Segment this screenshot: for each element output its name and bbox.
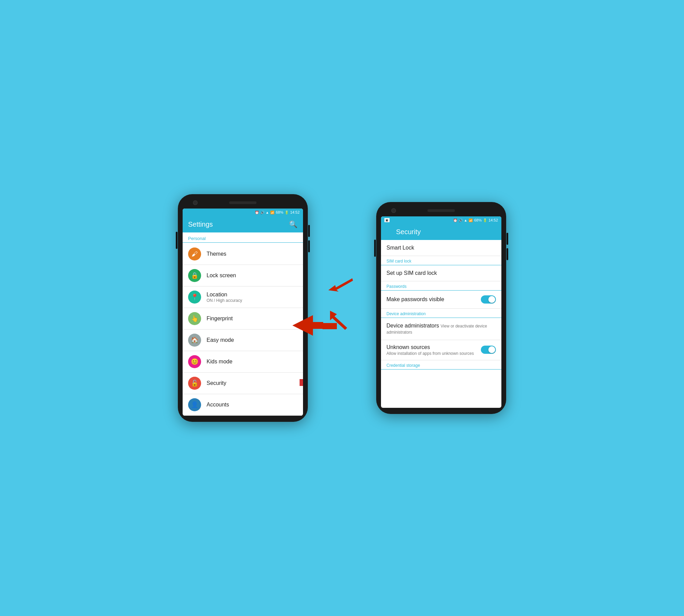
easymode-label: Easy mode: [207, 337, 234, 343]
easymode-item[interactable]: 🏠 Easy mode: [183, 330, 303, 351]
fingerprint-label: Fingerprint: [207, 316, 233, 322]
front-camera: [193, 200, 198, 205]
smart-lock-item[interactable]: Smart Lock: [381, 240, 501, 256]
device-admins-label: Device administrators: [386, 323, 439, 329]
fingerprint-item[interactable]: 👆 Fingerprint: [183, 308, 303, 330]
hamburger-icon[interactable]: ☰: [386, 228, 392, 236]
phone1-screen: ⏰ 🔊 ▲ 📶 68% 🔋 14:52 Settings 🔍 Personal: [183, 209, 303, 416]
device-admin-divider: Device administration: [381, 309, 501, 318]
passwords-divider: Passwords: [381, 281, 501, 291]
security-label: Security: [207, 380, 226, 386]
kidsmode-item[interactable]: 😊 Kids mode: [183, 351, 303, 373]
signal-icon-2: ▲: [464, 218, 468, 222]
lockscreen-text: Lock screen: [207, 272, 236, 279]
unknown-sources-toggle[interactable]: [481, 346, 496, 354]
phone2: ▣ ⏰ 🔊 ▲ 📶 68% 🔋 14:52 ☰ Security Smart L…: [376, 202, 506, 414]
security-item[interactable]: 🔓 Security: [183, 373, 303, 394]
photo-icon: ▣: [384, 218, 390, 222]
kidsmode-label: Kids mode: [207, 359, 233, 365]
lockscreen-icon: 🔒: [188, 269, 201, 282]
search-button[interactable]: 🔍: [289, 220, 298, 228]
lockscreen-label: Lock screen: [207, 272, 236, 279]
setup-sim-lock-label: Set up SIM card lock: [386, 270, 437, 276]
security-text: Security: [207, 380, 226, 386]
accounts-label: Accounts: [207, 402, 229, 408]
scene: ⏰ 🔊 ▲ 📶 68% 🔋 14:52 Settings 🔍 Personal: [178, 194, 506, 422]
location-item[interactable]: 📍 Location ON / High accuracy: [183, 286, 303, 308]
phone1-wrapper: ⏰ 🔊 ▲ 📶 68% 🔋 14:52 Settings 🔍 Personal: [178, 194, 308, 422]
power-button: [176, 232, 177, 249]
credential-storage-divider: Credential storage: [381, 360, 501, 370]
themes-text: Themes: [207, 251, 226, 257]
svg-marker-3: [328, 278, 353, 292]
sim-card-lock-divider: SIM card lock: [381, 256, 501, 265]
themes-label: Themes: [207, 251, 226, 257]
setup-sim-lock-item[interactable]: Set up SIM card lock: [381, 265, 501, 281]
easymode-text: Easy mode: [207, 337, 234, 343]
battery-pct: 68%: [276, 210, 283, 214]
location-label: Location: [207, 292, 242, 298]
time-display-2: 14:52: [488, 218, 498, 222]
unknown-sources-text: Unknown sources Allow installation of ap…: [386, 344, 481, 356]
passwords-visible-label: Make passwords visible: [386, 296, 444, 303]
vol-down-button: [308, 240, 310, 252]
device-admins-item[interactable]: Device administrators View or deactivate…: [381, 318, 501, 340]
diagonal-arrows: [328, 270, 356, 345]
kidsmode-text: Kids mode: [207, 359, 233, 365]
time-display-1: 14:52: [290, 210, 300, 214]
security-app-bar: ☰ Security: [381, 224, 501, 240]
smart-lock-label: Smart Lock: [386, 245, 414, 251]
phone2-screen: ▣ ⏰ 🔊 ▲ 📶 68% 🔋 14:52 ☰ Security Smart L…: [381, 216, 501, 408]
phone2-wrapper: ▣ ⏰ 🔊 ▲ 📶 68% 🔋 14:52 ☰ Security Smart L…: [376, 202, 506, 414]
speaker-2: [428, 209, 455, 212]
phone1-top: [183, 200, 303, 209]
settings-title: Settings: [188, 220, 213, 228]
kidsmode-icon: 😊: [188, 355, 201, 368]
status-bar-2: ▣ ⏰ 🔊 ▲ 📶 68% 🔋 14:52: [381, 216, 501, 224]
fingerprint-text: Fingerprint: [207, 316, 233, 322]
red-arrow-annotation: [296, 372, 303, 394]
location-text: Location ON / High accuracy: [207, 292, 242, 303]
alarm-icon: ⏰: [255, 211, 259, 214]
passwords-visible-row[interactable]: Make passwords visible: [381, 291, 501, 309]
alarm-icon-2: ⏰: [453, 218, 457, 222]
security-icon: 🔓: [188, 377, 201, 390]
unknown-sources-row[interactable]: Unknown sources Allow installation of ap…: [381, 340, 501, 360]
network-icon: 📶: [270, 211, 274, 214]
network-icon-2: 📶: [469, 218, 473, 222]
location-icon: 📍: [188, 291, 201, 304]
themes-item[interactable]: 🖌 Themes: [183, 243, 303, 265]
themes-icon: 🖌: [188, 247, 201, 260]
wifi-icon: 🔊: [260, 211, 264, 214]
personal-section-label: Personal: [183, 232, 303, 243]
front-camera-2: [391, 208, 396, 213]
vol-down-2: [507, 248, 508, 260]
phone2-top: [381, 208, 501, 216]
accounts-text: Accounts: [207, 402, 229, 408]
svg-marker-4: [330, 311, 347, 330]
security-title: Security: [396, 228, 496, 236]
unknown-sources-label: Unknown sources: [386, 344, 481, 350]
vol-up-2: [507, 233, 508, 245]
status-bar-1: ⏰ 🔊 ▲ 📶 68% 🔋 14:52: [183, 209, 303, 216]
passwords-visible-toggle[interactable]: [481, 295, 496, 304]
fingerprint-icon: 👆: [188, 312, 201, 325]
battery-pct-2: 68%: [474, 218, 482, 222]
signal-icon: ▲: [266, 211, 269, 214]
phone1: ⏰ 🔊 ▲ 📶 68% 🔋 14:52 Settings 🔍 Personal: [178, 194, 308, 422]
vol-up-button: [308, 225, 310, 237]
battery-icon-2: 🔋: [483, 218, 487, 222]
location-sublabel: ON / High accuracy: [207, 298, 242, 303]
power-button-2: [374, 240, 376, 257]
accounts-item[interactable]: 👤 Accounts: [183, 394, 303, 416]
between-phones-space: [328, 270, 356, 346]
svg-marker-0: [300, 374, 303, 391]
easymode-icon: 🏠: [188, 334, 201, 347]
speaker: [229, 201, 256, 204]
unknown-sources-sub: Allow installation of apps from unknown …: [386, 351, 481, 356]
battery-icon: 🔋: [285, 211, 289, 214]
accounts-icon: 👤: [188, 398, 201, 411]
wifi-icon-2: 🔊: [459, 218, 463, 222]
lockscreen-item[interactable]: 🔒 Lock screen: [183, 265, 303, 286]
settings-app-bar: Settings 🔍: [183, 216, 303, 232]
